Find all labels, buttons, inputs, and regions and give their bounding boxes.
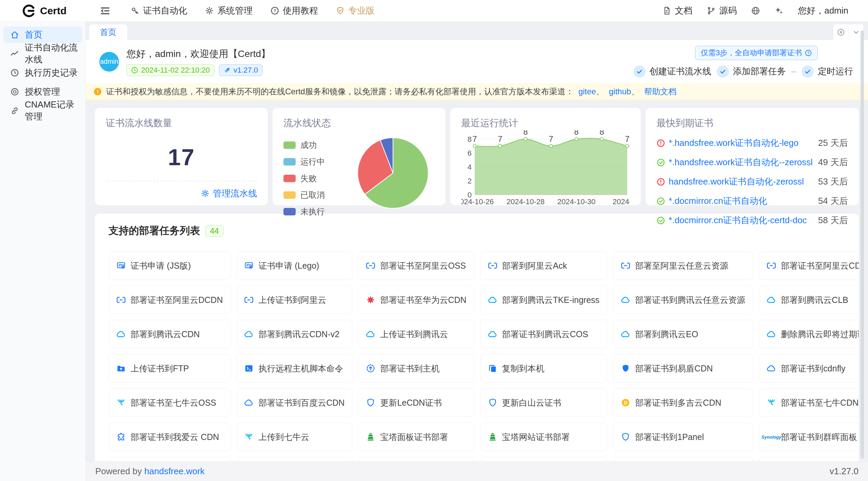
menu-fold-icon[interactable] [99, 5, 111, 17]
task-card-label: 部署证书到cdnfly [781, 363, 845, 374]
legend-item-1[interactable]: 运行中 [283, 156, 351, 167]
task-card-clipped[interactable] [358, 457, 474, 461]
vertical-scrollbar[interactable] [861, 31, 864, 459]
task-card-28[interactable]: D部署证书到多吉云CDN [613, 388, 753, 417]
notice-link-帮助文档[interactable]: 帮助文档 [644, 87, 676, 96]
task-card-clipped[interactable] [236, 457, 352, 461]
task-card-31[interactable]: 上传到七牛云 [236, 423, 352, 451]
expiry-cert-link[interactable]: *.handsfree.work证书自动化--zerossl [669, 156, 813, 168]
legend-item-0[interactable]: 成功 [283, 140, 351, 151]
task-card-15[interactable]: 部署证书到腾讯云COS [480, 320, 608, 348]
task-card-6[interactable]: 部署证书至阿里云DCDN [108, 286, 231, 314]
handsfree-link[interactable]: handsfree.work [144, 466, 205, 476]
task-card-9[interactable]: 部署到腾讯云TKE-ingress [480, 286, 608, 314]
task-card-16[interactable]: 部署到腾讯云EO [613, 320, 753, 348]
task-card-19[interactable]: 执行远程主机脚本命令 [236, 354, 352, 383]
sidebar-item-4[interactable]: CNAME记录管理 [3, 102, 82, 119]
task-card-35[interactable]: Synology部署证书到群晖面板 [759, 423, 859, 451]
task-card-32[interactable]: 宝塔面板证书部署 [358, 423, 474, 451]
task-card-1[interactable]: 证书申请 (Lego) [236, 251, 352, 280]
notice-link-gitee[interactable]: gitee [578, 87, 596, 96]
task-card-7[interactable]: 上传证书到阿里云 [236, 286, 352, 314]
legend-item-4[interactable]: 未执行 [283, 206, 351, 217]
legend-item-2[interactable]: 失败 [283, 173, 351, 184]
nav-appearance-button[interactable] [768, 0, 790, 22]
legend-label: 运行中 [300, 156, 325, 167]
task-card-label: 部署到腾讯云CDN-v2 [258, 329, 339, 340]
task-card-12[interactable]: 部署到腾讯云CDN [108, 320, 231, 348]
time-badge: 2024-11-02 22:10:20 [126, 64, 214, 76]
nav-menu-item-3[interactable]: 专业版 [328, 0, 382, 22]
nav-source[interactable]: 源码 [701, 0, 743, 22]
sidebar-item-0[interactable]: 首页 [3, 26, 82, 43]
sidebar-item-1[interactable]: 证书自动化流水线 [3, 45, 82, 62]
qiniu-icon [767, 398, 776, 407]
task-card-label: 复制到本机 [502, 363, 545, 374]
task-card-33[interactable]: 宝塔网站证书部署 [480, 423, 608, 451]
manage-pipelines-link[interactable]: 管理流水线 [201, 188, 257, 199]
task-card-13[interactable]: 部署到腾讯云CDN-v2 [236, 320, 352, 348]
step-separator: – [791, 66, 796, 77]
nav-menu-item-1[interactable]: 系统管理 [197, 0, 260, 22]
task-card-2[interactable]: 部署证书至阿里云OSS [358, 251, 474, 280]
sidebar-item-3[interactable]: 授权管理 [3, 83, 82, 100]
svg-text:8: 8 [574, 130, 578, 136]
bt-icon [366, 432, 375, 442]
close-circle-icon[interactable] [833, 24, 848, 40]
nav-menu-item-0[interactable]: 证书自动化 [123, 0, 195, 22]
nav-right-label: 文档 [675, 5, 692, 17]
target-icon [10, 87, 19, 96]
task-card-29[interactable]: 部署证书至七牛CDN [759, 388, 859, 417]
task-card-24[interactable]: 部署证书至七牛云OSS [108, 388, 231, 417]
task-card-17[interactable]: 删除腾讯云即将过期证书 [759, 320, 859, 348]
task-card-clipped[interactable] [480, 457, 608, 461]
nav-right-label: 源码 [719, 5, 737, 17]
task-card-18[interactable]: 上传证书到FTP [108, 354, 231, 383]
expiry-cert-link[interactable]: *.docmirror.cn证书自动化 [669, 195, 813, 207]
task-card-30[interactable]: 部署证书到我爱云 CDN [108, 423, 231, 451]
tencent-icon [488, 329, 497, 339]
nav-language-button[interactable] [745, 0, 766, 22]
task-card-label: 证书申请 (Lego) [258, 260, 319, 271]
tab-home[interactable]: 首页 [89, 24, 127, 40]
task-card-clipped[interactable] [759, 457, 859, 461]
expiry-cert-link[interactable]: *.docmirror.cn证书自动化-certd-doc [669, 214, 813, 226]
task-card-34[interactable]: 部署证书到1Panel [613, 423, 753, 451]
expiry-cert-link[interactable]: *.handsfree.work证书自动化-lego [669, 137, 813, 149]
task-card-23[interactable]: 部署证书到cdnfly [759, 354, 859, 383]
question-circle-icon: ? [805, 49, 812, 57]
task-card-10[interactable]: 部署证书到腾讯云任意云资源 [613, 286, 753, 314]
task-card-label: 上传到七牛云 [258, 431, 309, 443]
task-card-4[interactable]: 部署至阿里云任意云资源 [613, 251, 753, 280]
nav-docs[interactable]: 文档 [656, 0, 698, 22]
nav-user[interactable]: 您好，admin [792, 0, 854, 22]
notice-link-github[interactable]: github [609, 87, 631, 96]
task-card-26[interactable]: 更新LeCDN证书 [358, 388, 474, 417]
task-card-8[interactable]: 部署证书至华为云CDN [358, 286, 474, 314]
task-card-11[interactable]: 部署到腾讯云CLB [759, 286, 859, 314]
recent-runs-chart: 7787887024682024-10-262024-10-282024-10-… [461, 130, 630, 207]
task-card-label: 证书申请 (JS版) [131, 260, 191, 271]
tencent-icon [488, 295, 497, 305]
svg-text:?: ? [807, 51, 809, 55]
task-card-clipped[interactable] [613, 457, 753, 461]
task-card-20[interactable]: 部署证书到主机 [358, 354, 474, 383]
sidebar-item-2[interactable]: 执行历史记录 [3, 64, 82, 81]
expiry-cert-link[interactable]: handsfree.work证书自动化-zerossl [669, 176, 813, 188]
shield-outline-icon [488, 398, 497, 407]
task-card-3[interactable]: 部署到阿里云Ack [480, 251, 608, 280]
task-card-21[interactable]: 复制到本机 [480, 354, 608, 383]
task-card-5[interactable]: 部署证书至阿里云CDN [759, 251, 859, 280]
promo-badge[interactable]: 仅需3步，全自动申请部署证书 ? [695, 46, 818, 60]
task-card-22[interactable]: 部署证书到易盾CDN [613, 354, 753, 383]
task-card-clipped[interactable] [108, 457, 231, 461]
nav-right-label: 您好，admin [798, 5, 848, 17]
task-card-27[interactable]: 更新白山云证书 [480, 388, 608, 417]
task-card-25[interactable]: 部署证书到百度云CDN [236, 388, 352, 417]
task-card-0[interactable]: 证书申请 (JS版) [108, 251, 231, 280]
legend-label: 未执行 [300, 206, 325, 217]
nav-menu-item-2[interactable]: ?使用教程 [263, 0, 326, 22]
legend-item-3[interactable]: 已取消 [283, 190, 351, 200]
bt-icon [488, 432, 497, 442]
task-card-14[interactable]: 上传证书到腾讯云 [358, 320, 474, 348]
